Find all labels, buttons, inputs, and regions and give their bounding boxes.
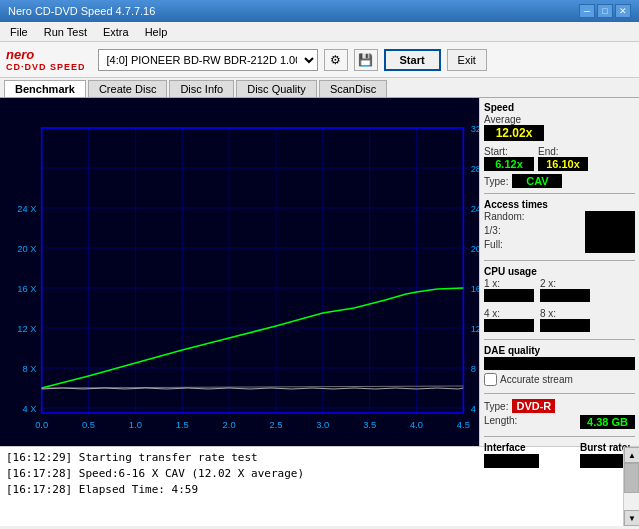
close-button[interactable]: ✕ xyxy=(615,4,631,18)
svg-text:2.0: 2.0 xyxy=(223,420,236,430)
app-title: Nero CD-DVD Speed 4.7.7.16 xyxy=(8,5,155,17)
tab-benchmark[interactable]: Benchmark xyxy=(4,80,86,97)
tab-scan-disc[interactable]: ScanDisc xyxy=(319,80,387,97)
window-controls: ─ □ ✕ xyxy=(579,4,631,18)
log-entry-2: [16:17:28] Elapsed Time: 4:59 xyxy=(6,482,617,498)
menu-file[interactable]: File xyxy=(4,24,34,40)
svg-text:12: 12 xyxy=(471,324,479,334)
random-label: Random: xyxy=(484,211,525,225)
svg-text:4 X: 4 X xyxy=(22,404,36,414)
svg-text:20: 20 xyxy=(471,244,479,254)
divider-3 xyxy=(484,339,635,340)
svg-text:16 X: 16 X xyxy=(17,284,36,294)
type-value: CAV xyxy=(512,174,562,188)
accurate-stream-row: Accurate stream xyxy=(484,373,635,386)
svg-text:1.5: 1.5 xyxy=(176,420,189,430)
svg-text:4: 4 xyxy=(471,404,476,414)
cpu-section: CPU usage 1 x: 2 x: 4 x: 8 x: xyxy=(484,266,635,332)
scrollbar-down-btn[interactable]: ▼ xyxy=(624,510,639,526)
cpu-2x-label: 2 x: xyxy=(540,278,556,289)
start-value: 6.12x xyxy=(484,157,534,171)
cpu-1x-label: 1 x: xyxy=(484,278,500,289)
average-label: Average xyxy=(484,114,635,125)
exit-button[interactable]: Exit xyxy=(447,49,487,71)
svg-text:1.0: 1.0 xyxy=(129,420,142,430)
onethird-label: 1/3: xyxy=(484,225,501,239)
tab-disc-quality[interactable]: Disc Quality xyxy=(236,80,317,97)
accurate-stream-checkbox[interactable] xyxy=(484,373,497,386)
toolbar-icon-btn-2[interactable]: 💾 xyxy=(354,49,378,71)
divider-2 xyxy=(484,260,635,261)
cpu-2x-value xyxy=(540,289,590,302)
dae-section: DAE quality Accurate stream xyxy=(484,345,635,386)
toolbar: nero CD·DVD SPEED [4:0] PIONEER BD-RW BD… xyxy=(0,42,639,78)
disc-length-label: Length: xyxy=(484,415,517,429)
speed-section: Speed Average 12.02x xyxy=(484,102,635,141)
svg-text:12 X: 12 X xyxy=(17,324,36,334)
end-value: 16.10x xyxy=(538,157,588,171)
onethird-value xyxy=(585,225,635,239)
svg-text:32: 32 xyxy=(471,124,479,134)
log-entry-0: [16:12:29] Starting transfer rate test xyxy=(6,450,617,466)
cpu-8x-label: 8 x: xyxy=(540,308,556,319)
access-title: Access times xyxy=(484,199,635,210)
nero-logo: nero CD·DVD SPEED xyxy=(6,47,86,72)
svg-text:24: 24 xyxy=(471,204,479,214)
accurate-stream-label: Accurate stream xyxy=(500,374,573,385)
log-area: [16:12:29] Starting transfer rate test [… xyxy=(0,446,639,526)
chart-area: 4 X 8 X 12 X 16 X 20 X 24 X 4 8 12 16 20… xyxy=(0,98,479,446)
start-end-row: Start: 6.12x End: 16.10x xyxy=(484,146,635,171)
svg-text:8 X: 8 X xyxy=(22,364,36,374)
right-panel: Speed Average 12.02x Start: 6.12x End: 1… xyxy=(479,98,639,446)
maximize-button[interactable]: □ xyxy=(597,4,613,18)
svg-text:3.0: 3.0 xyxy=(316,420,329,430)
divider-1 xyxy=(484,193,635,194)
scrollbar-thumb[interactable] xyxy=(624,463,639,493)
divider-4 xyxy=(484,393,635,394)
disc-section: Type: DVD-R Length: 4.38 GB xyxy=(484,399,635,429)
svg-text:2.5: 2.5 xyxy=(269,420,282,430)
full-label: Full: xyxy=(484,239,503,253)
start-label: Start: xyxy=(484,146,534,157)
speed-title: Speed xyxy=(484,102,635,113)
svg-text:20 X: 20 X xyxy=(17,244,36,254)
disc-type-value: DVD-R xyxy=(512,399,555,413)
menu-run-test[interactable]: Run Test xyxy=(38,24,93,40)
cpu-1x-value xyxy=(484,289,534,302)
dae-value xyxy=(484,357,635,370)
svg-text:8: 8 xyxy=(471,364,476,374)
tab-disc-info[interactable]: Disc Info xyxy=(169,80,234,97)
scrollbar-track[interactable] xyxy=(624,463,639,510)
cpu-4x-label: 4 x: xyxy=(484,308,500,319)
svg-text:3.5: 3.5 xyxy=(363,420,376,430)
svg-text:4.0: 4.0 xyxy=(410,420,423,430)
svg-text:0.0: 0.0 xyxy=(35,420,48,430)
benchmark-chart: 4 X 8 X 12 X 16 X 20 X 24 X 4 8 12 16 20… xyxy=(0,98,479,446)
cpu-8x-value xyxy=(540,319,590,332)
svg-rect-0 xyxy=(0,98,479,446)
toolbar-icon-btn-1[interactable]: ⚙ xyxy=(324,49,348,71)
svg-text:24 X: 24 X xyxy=(17,204,36,214)
access-section: Access times Random: 1/3: Full: xyxy=(484,199,635,253)
log-scrollbar[interactable]: ▲ ▼ xyxy=(623,447,639,526)
disc-type-label: Type: xyxy=(484,401,508,412)
svg-text:0.5: 0.5 xyxy=(82,420,95,430)
minimize-button[interactable]: ─ xyxy=(579,4,595,18)
menu-extra[interactable]: Extra xyxy=(97,24,135,40)
main-content: 4 X 8 X 12 X 16 X 20 X 24 X 4 8 12 16 20… xyxy=(0,98,639,446)
disc-length-value: 4.38 GB xyxy=(580,415,635,429)
average-value: 12.02x xyxy=(484,125,544,141)
menu-help[interactable]: Help xyxy=(139,24,174,40)
cpu-title: CPU usage xyxy=(484,266,635,277)
start-button[interactable]: Start xyxy=(384,49,441,71)
svg-text:16: 16 xyxy=(471,284,479,294)
svg-text:4.5: 4.5 xyxy=(457,420,470,430)
titlebar: Nero CD-DVD Speed 4.7.7.16 ─ □ ✕ xyxy=(0,0,639,22)
log-entry-1: [16:17:28] Speed:6-16 X CAV (12.02 X ave… xyxy=(6,466,617,482)
tab-create-disc[interactable]: Create Disc xyxy=(88,80,167,97)
drive-select[interactable]: [4:0] PIONEER BD-RW BDR-212D 1.00 xyxy=(98,49,318,71)
cpu-4x-value xyxy=(484,319,534,332)
random-value xyxy=(585,211,635,225)
full-value xyxy=(585,239,635,253)
scrollbar-up-btn[interactable]: ▲ xyxy=(624,447,639,463)
